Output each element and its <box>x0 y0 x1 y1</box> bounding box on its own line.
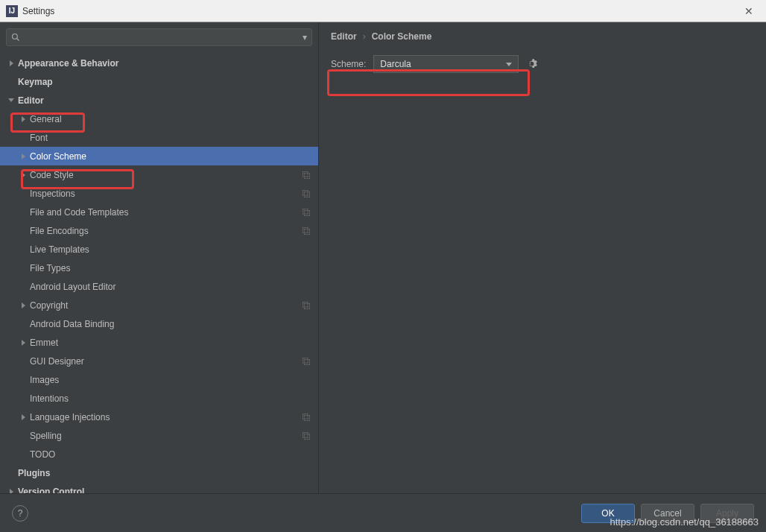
chevron-right-icon[interactable] <box>7 60 15 67</box>
tree-item[interactable]: Android Layout Editor <box>0 277 318 296</box>
tree-item[interactable]: Font <box>0 128 318 147</box>
scheme-value: Darcula <box>380 59 411 69</box>
breadcrumb-part: Color Scheme <box>372 31 432 42</box>
tree-item[interactable]: Inspections⿻ <box>0 184 318 203</box>
tree-item-label: Intentions <box>30 393 311 404</box>
gear-icon[interactable] <box>526 57 539 71</box>
tree-item-label: Copyright <box>30 300 303 311</box>
tree-item-label: TODO <box>30 449 311 460</box>
scope-icon: ⿻ <box>303 227 311 235</box>
chevron-right-icon[interactable] <box>19 302 27 309</box>
tree-item-label: Keymap <box>18 77 311 87</box>
tree-item-label: File Encodings <box>30 226 303 236</box>
tree-item-label: Editor <box>18 95 311 106</box>
tree-item[interactable]: Plugins <box>0 463 318 482</box>
tree-item[interactable]: TODO <box>0 445 318 463</box>
tree-item[interactable]: General <box>0 110 318 128</box>
tree-item-label: General <box>30 114 311 124</box>
tree-item-label: Plugins <box>18 468 311 478</box>
tree-item-label: Android Layout Editor <box>30 282 311 292</box>
scheme-row: Scheme: Darcula <box>331 55 754 73</box>
main: ▾ Appearance & BehaviorKeymapEditorGener… <box>0 22 766 493</box>
tree-item-label: Live Templates <box>30 244 311 255</box>
tree-item[interactable]: Intentions <box>0 389 318 408</box>
tree-item[interactable]: GUI Designer⿻ <box>0 352 318 370</box>
tree-item-label: Emmet <box>30 338 311 348</box>
content-pane: Editor › Color Scheme Scheme: Darcula <box>319 22 766 493</box>
chevron-right-icon[interactable] <box>19 153 27 160</box>
tree-item[interactable]: File Types <box>0 259 318 277</box>
chevron-right-icon[interactable] <box>19 171 27 179</box>
breadcrumb: Editor › Color Scheme <box>331 31 754 42</box>
scope-icon: ⿻ <box>303 189 311 198</box>
chevron-down-icon[interactable]: ▾ <box>303 32 307 42</box>
tree-item-label: Language Injections <box>30 412 303 422</box>
tree-item[interactable]: File Encodings⿻ <box>0 221 318 240</box>
tree-item-label: Color Scheme <box>30 151 311 162</box>
chevron-right-icon[interactable] <box>7 488 15 494</box>
scheme-select[interactable]: Darcula <box>373 55 519 73</box>
tree-item[interactable]: File and Code Templates⿻ <box>0 203 318 221</box>
close-icon[interactable]: ✕ <box>738 0 760 22</box>
tree-item-label: Version Control <box>18 487 311 494</box>
chevron-right-icon[interactable] <box>19 115 27 123</box>
breadcrumb-part: Editor <box>331 31 357 42</box>
tree-item-label: Font <box>30 133 311 143</box>
chevron-right-icon[interactable] <box>19 414 27 421</box>
tree-item[interactable]: Live Templates <box>0 240 318 259</box>
chevron-down-icon[interactable] <box>7 97 15 104</box>
tree-item[interactable]: Emmet <box>0 333 318 352</box>
tree-item[interactable]: Version Control <box>0 482 318 493</box>
tree-item-label: Code Style <box>30 170 303 180</box>
breadcrumb-separator: › <box>363 31 366 42</box>
tree-item[interactable]: Copyright⿻ <box>0 296 318 314</box>
search-box[interactable]: ▾ <box>6 28 312 46</box>
scheme-label: Scheme: <box>331 59 366 69</box>
watermark: https://blog.csdn.net/qq_36188663 <box>610 516 759 528</box>
tree-item-label: Android Data Binding <box>30 319 311 329</box>
tree-item-label: GUI Designer <box>30 356 303 367</box>
svg-line-1 <box>17 39 19 41</box>
tree-item[interactable]: Color Scheme <box>0 147 318 165</box>
tree-item[interactable]: Keymap <box>0 72 318 91</box>
scope-icon: ⿻ <box>303 431 311 440</box>
tree-item[interactable]: Editor <box>0 91 318 110</box>
tree-item-label: Appearance & Behavior <box>18 58 311 69</box>
window-title: Settings <box>22 6 738 16</box>
tree-item[interactable]: Images <box>0 370 318 389</box>
tree-item-label: Spelling <box>30 431 303 441</box>
search-icon <box>11 33 20 42</box>
svg-point-0 <box>13 34 18 39</box>
chevron-right-icon[interactable] <box>19 339 27 346</box>
chevron-down-icon <box>506 63 512 66</box>
help-button[interactable]: ? <box>12 505 28 522</box>
scope-icon: ⿻ <box>303 208 311 217</box>
tree-item-label: Images <box>30 375 311 385</box>
titlebar: IJ Settings ✕ <box>0 0 766 22</box>
app-icon: IJ <box>6 5 18 17</box>
settings-tree[interactable]: Appearance & BehaviorKeymapEditorGeneral… <box>0 51 318 493</box>
scope-icon: ⿻ <box>303 413 311 422</box>
scope-icon: ⿻ <box>303 171 311 180</box>
tree-item[interactable]: Android Data Binding <box>0 314 318 333</box>
tree-item[interactable]: Code Style⿻ <box>0 165 318 184</box>
tree-item-label: Inspections <box>30 189 303 199</box>
search-input[interactable] <box>23 32 303 42</box>
scope-icon: ⿻ <box>303 301 311 310</box>
tree-item-label: File and Code Templates <box>30 207 303 218</box>
sidebar: ▾ Appearance & BehaviorKeymapEditorGener… <box>0 22 319 493</box>
scope-icon: ⿻ <box>303 357 311 366</box>
tree-item[interactable]: Spelling⿻ <box>0 426 318 445</box>
tree-item[interactable]: Language Injections⿻ <box>0 408 318 426</box>
tree-item-label: File Types <box>30 263 311 273</box>
tree-item[interactable]: Appearance & Behavior <box>0 54 318 72</box>
